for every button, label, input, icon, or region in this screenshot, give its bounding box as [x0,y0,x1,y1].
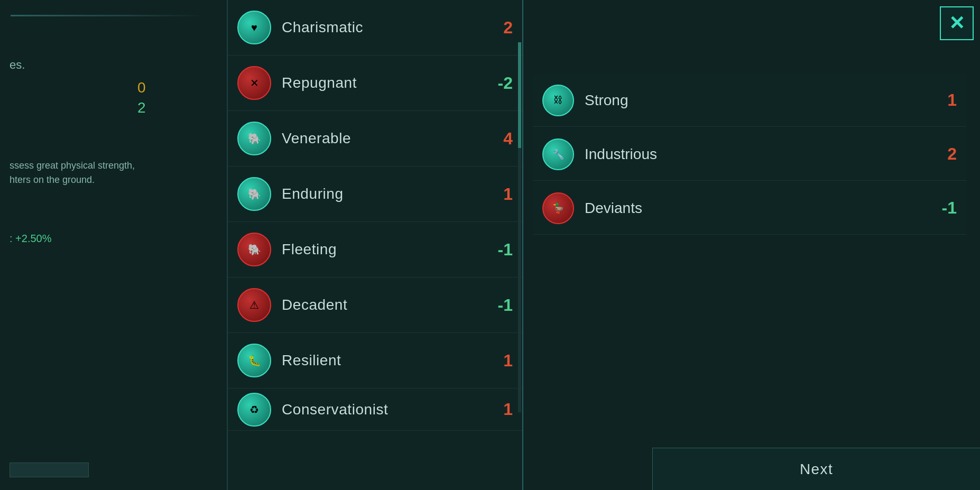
trait-item[interactable]: 🐘Enduring1 [228,167,522,222]
trait-icon: 🐛 [237,344,271,377]
trait-name: Resilient [282,352,486,369]
trait-value: 4 [486,129,513,149]
trait-item[interactable]: ✕Repugnant-2 [228,56,522,111]
trait-icon: ♥ [237,11,271,44]
selected-trait-value: -1 [930,198,957,218]
trait-item[interactable]: ♥Charismatic2 [228,0,522,56]
selected-traits-list: ⛓Strong1🔧Industrious2🦆Deviants-1 [533,74,966,236]
selected-trait-value: 2 [930,144,957,164]
selected-trait-icon: 🔧 [542,138,574,170]
trait-value: 1 [486,184,513,204]
trait-name: Conservationist [282,401,486,418]
trait-value: -2 [486,73,513,93]
trait-icon: ♻ [237,393,271,427]
selected-trait-name: Industrious [585,146,930,163]
desc-line2: hters on the ground. [10,174,95,185]
scrollbar-thumb[interactable] [518,42,521,148]
left-bonus: : +2.50% [10,233,52,245]
trait-list: ♥Charismatic2✕Repugnant-2🐘Venerable4🐘End… [228,0,522,444]
selected-trait-value: 1 [930,90,957,110]
selected-trait-item[interactable]: 🔧Industrious2 [533,128,966,181]
trait-icon: ✕ [237,66,271,100]
close-button[interactable]: ✕ [940,6,974,40]
right-panel: ⛓Strong1🔧Industrious2🦆Deviants-1 ✕ Next [523,0,980,490]
trait-icon: 🐘 [237,233,271,266]
trait-item[interactable]: 🐛Resilient1 [228,333,522,389]
left-description: ssess great physical strength, hters on … [10,159,216,187]
scrollbar[interactable] [518,42,521,412]
trait-value: 1 [486,351,513,371]
left-stat-zero: 0 [137,79,146,96]
next-button[interactable]: Next [652,448,980,490]
trait-name: Decadent [282,297,486,313]
selected-trait-item[interactable]: ⛓Strong1 [533,74,966,127]
trait-value: 2 [486,18,513,38]
trait-value: 1 [486,400,513,419]
selected-trait-name: Strong [585,92,930,109]
trait-value: -1 [486,240,513,260]
left-stat-two: 2 [137,99,146,116]
center-panel: ♥Charismatic2✕Repugnant-2🐘Venerable4🐘End… [227,0,523,490]
left-bottom-bar [10,463,89,477]
left-panel-bar [11,15,206,16]
trait-icon: ⚠ [237,288,271,322]
trait-name: Enduring [282,186,486,202]
selected-trait-icon: 🦆 [542,192,574,224]
trait-name: Charismatic [282,19,486,36]
trait-icon: 🐘 [237,122,271,155]
close-icon: ✕ [949,12,965,34]
trait-name: Repugnant [282,75,486,91]
desc-line1: ssess great physical strength, [10,160,135,171]
trait-icon: 🐘 [237,177,271,211]
trait-item[interactable]: 🐘Venerable4 [228,111,522,167]
next-label: Next [800,461,833,478]
selected-trait-icon: ⛓ [542,85,574,116]
left-panel: es. 0 2 ssess great physical strength, h… [0,0,227,490]
selected-trait-item[interactable]: 🦆Deviants-1 [533,182,966,235]
trait-item[interactable]: ⚠Decadent-1 [228,278,522,333]
trait-item[interactable]: 🐘Fleeting-1 [228,222,522,278]
trait-value: -1 [486,295,513,315]
trait-name: Venerable [282,130,486,147]
selected-trait-name: Deviants [585,200,930,217]
left-panel-text: es. [10,58,25,72]
trait-name: Fleeting [282,241,486,258]
trait-item[interactable]: ♻Conservationist1 [228,389,522,431]
